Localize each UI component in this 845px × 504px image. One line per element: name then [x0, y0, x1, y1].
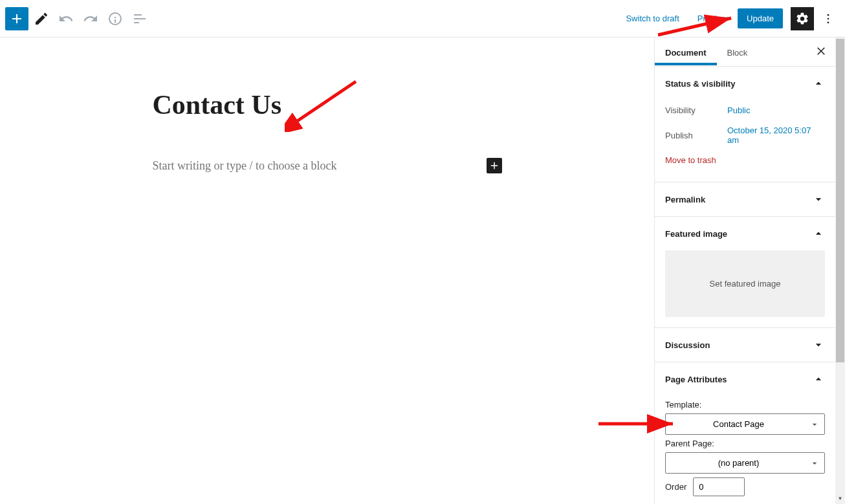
add-block-button[interactable]	[5, 7, 28, 30]
panel-heading: Permalink	[665, 195, 705, 204]
preview-button[interactable]: Preview	[690, 8, 735, 28]
panel-toggle-permalink[interactable]: Permalink	[655, 182, 835, 216]
more-vertical-icon	[822, 12, 835, 25]
redo-icon	[83, 11, 98, 27]
undo-button[interactable]	[54, 7, 78, 30]
info-button[interactable]	[104, 7, 127, 30]
settings-sidebar: Document Block Status & visibility Visib…	[654, 38, 835, 504]
settings-toggle-button[interactable]	[791, 7, 814, 30]
order-input[interactable]	[693, 477, 745, 496]
update-button[interactable]: Update	[738, 8, 783, 28]
pencil-icon	[34, 11, 49, 27]
edit-mode-button[interactable]	[30, 7, 53, 30]
svg-point-0	[828, 14, 829, 16]
move-to-trash-link[interactable]: Move to trash	[665, 150, 716, 171]
panel-toggle-featured[interactable]: Featured image	[655, 217, 835, 250]
panel-permalink: Permalink	[655, 182, 835, 217]
panel-heading: Status & visibility	[665, 79, 735, 89]
sidebar-tabs: Document Block	[655, 38, 835, 67]
template-select[interactable]: Contact Page	[665, 413, 825, 435]
panel-discussion: Discussion	[655, 328, 835, 362]
close-sidebar-button[interactable]	[807, 38, 835, 66]
info-icon	[107, 11, 123, 27]
toolbar-left-group	[5, 7, 151, 30]
block-appender-input[interactable]	[153, 159, 480, 173]
editor-toolbar: Switch to draft Preview Update	[0, 0, 845, 38]
panel-heading: Page Attributes	[665, 375, 727, 384]
outline-icon	[132, 11, 148, 27]
editor-canvas: Contact Us	[0, 38, 654, 504]
outline-button[interactable]	[128, 7, 151, 30]
switch-to-draft-button[interactable]: Switch to draft	[618, 8, 686, 28]
tab-block[interactable]: Block	[717, 39, 758, 65]
panel-heading: Discussion	[665, 340, 710, 350]
chevron-up-icon	[812, 373, 825, 386]
order-label: Order	[665, 482, 686, 492]
panel-toggle-attributes[interactable]: Page Attributes	[655, 362, 835, 396]
page-title[interactable]: Contact Us	[153, 89, 502, 120]
more-options-button[interactable]	[817, 7, 840, 30]
panel-page-attributes: Page Attributes Template: Contact Page P…	[655, 362, 835, 504]
panel-status-visibility: Status & visibility Visibility Public Pu…	[655, 67, 835, 182]
publish-label: Publish	[665, 131, 727, 140]
scrollbar-down-arrow[interactable]: ▼	[836, 494, 844, 503]
plus-icon	[9, 11, 25, 27]
plus-icon	[488, 160, 500, 171]
template-label: Template:	[665, 400, 825, 410]
svg-point-1	[828, 17, 829, 19]
parent-page-label: Parent Page:	[665, 439, 825, 448]
panel-heading: Featured image	[665, 229, 727, 239]
tab-document[interactable]: Document	[655, 39, 717, 65]
redo-button[interactable]	[79, 7, 102, 30]
chevron-up-icon	[812, 227, 825, 240]
panel-featured-image: Featured image Set featured image	[655, 217, 835, 328]
parent-page-select[interactable]: (no parent)	[665, 452, 825, 474]
close-icon	[815, 45, 827, 56]
scrollbar-thumb[interactable]	[836, 39, 844, 362]
visibility-value[interactable]: Public	[727, 105, 750, 115]
chevron-down-icon	[812, 193, 825, 206]
svg-point-2	[828, 21, 829, 23]
undo-icon	[58, 11, 74, 27]
inline-add-block-button[interactable]	[487, 158, 502, 173]
chevron-up-icon	[812, 77, 825, 90]
panel-toggle-status[interactable]: Status & visibility	[655, 67, 835, 100]
chevron-down-icon	[812, 338, 825, 351]
gear-icon	[795, 12, 809, 26]
set-featured-image-button[interactable]: Set featured image	[665, 250, 825, 317]
panel-toggle-discussion[interactable]: Discussion	[655, 328, 835, 362]
publish-value[interactable]: October 15, 2020 5:07 am	[727, 126, 825, 145]
visibility-label: Visibility	[665, 105, 727, 115]
